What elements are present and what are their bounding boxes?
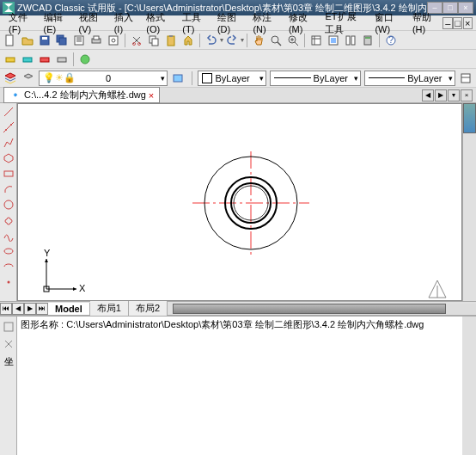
svg-rect-9 [109,36,118,45]
color-dropdown[interactable]: ByLayer [198,71,266,86]
cmd-tool-1[interactable] [2,320,15,334]
tab-prev[interactable]: ◀ [12,303,24,315]
point-tool[interactable] [2,275,15,289]
vertical-scrollbar[interactable] [462,103,476,301]
open-button[interactable] [20,33,35,48]
doc-nav-left[interactable]: ◀ [422,89,434,101]
preview-button[interactable] [106,33,121,48]
close-button[interactable]: × [458,2,473,14]
svg-rect-16 [169,35,173,37]
zoom-button[interactable] [268,33,284,48]
drawing-canvas[interactable]: X Y [17,103,462,301]
print-gray-button[interactable] [54,52,70,67]
tab-next[interactable]: ▶ [24,303,36,315]
layer-manager-button[interactable] [3,71,18,86]
copy-button[interactable] [146,33,162,48]
cmd-tool-2[interactable] [2,337,15,351]
redo-button[interactable] [224,33,240,48]
doc-nav-menu[interactable]: ▾ [448,89,460,101]
revcloud-tool[interactable] [2,213,15,227]
plot-button[interactable] [88,33,104,48]
color-label: ByLayer [215,73,249,83]
tab-nav: ⏮ ◀ ▶ ⏭ [0,303,48,315]
circle-tool[interactable] [2,198,15,212]
svg-point-12 [138,42,141,45]
match-button[interactable] [180,33,196,48]
svg-rect-33 [174,75,182,82]
svg-text:Y: Y [44,248,51,258]
print-cyan-button[interactable] [20,52,35,67]
tab-first[interactable]: ⏮ [0,303,12,315]
vscroll-thumb[interactable] [463,103,476,133]
xline-tool[interactable] [2,120,15,134]
doc-nav-close[interactable]: × [461,89,473,101]
layer-prev-button[interactable] [171,71,186,86]
doc-tab-label: C:\...4.2 绘制内六角螺栓.dwg [24,89,146,101]
doc-restore-button[interactable]: □ [453,17,463,29]
layer-dropdown[interactable]: 💡 ☀ 🔒 0 [39,71,168,86]
design-center-button[interactable] [326,33,341,48]
tool-palette-button[interactable] [343,33,358,48]
command-history[interactable]: 图形名称 : C:\Users\Administrator\Desktop\素材… [17,317,462,455]
line-tool[interactable] [2,105,15,119]
pan-button[interactable] [251,33,266,48]
arc-tool[interactable] [2,182,15,196]
publish-button[interactable] [71,33,87,48]
help-button[interactable]: ? [383,33,399,48]
rectangle-tool[interactable] [2,167,15,181]
save-button[interactable] [37,33,52,48]
tab-layout1[interactable]: 布局1 [90,301,129,316]
layer-states-button[interactable] [21,71,36,86]
color-swatch [202,73,212,83]
horizontal-scrollbar[interactable] [173,304,476,314]
doc-tab-close-icon[interactable]: × [149,90,154,101]
paste-button[interactable] [163,33,179,48]
svg-rect-19 [312,36,320,45]
menu-help[interactable]: 帮助(H) [407,10,443,35]
maximize-button[interactable]: □ [442,2,458,14]
document-tab[interactable]: 🔹 C:\...4.2 绘制内六角螺栓.dwg × [3,87,160,103]
svg-rect-3 [42,37,47,40]
doc-nav-right[interactable]: ▶ [435,89,447,101]
zoom-prev-button[interactable] [285,33,301,48]
properties-toolbar: 💡 ☀ 🔒 0 ByLayer ByLayer ByLayer [0,69,476,88]
properties-button[interactable] [308,33,324,48]
undo-dropdown-icon[interactable]: ▾ [220,36,223,44]
doc-close-button[interactable]: × [463,17,473,29]
svg-text:X: X [79,283,86,293]
linetype-swatch [274,77,310,78]
undo-button[interactable] [204,33,219,48]
cut-button[interactable] [129,33,144,48]
cmd-tool-3[interactable]: 坐 [2,354,15,368]
saveall-button[interactable] [54,33,70,48]
app-button[interactable] [77,52,93,67]
doc-min-button[interactable]: – [442,17,453,29]
svg-rect-15 [168,36,174,46]
spline-tool[interactable] [2,229,15,243]
polygon-tool[interactable] [2,151,15,165]
doc-nav: ◀ ▶ ▾ × [422,89,473,101]
redo-dropdown-icon[interactable]: ▾ [241,36,244,44]
hscroll-thumb[interactable] [173,304,446,314]
ellipse-tool[interactable] [2,244,15,258]
svg-rect-31 [58,58,66,62]
bylayer-button[interactable] [459,71,473,86]
svg-point-40 [7,281,9,284]
ellipse-arc-tool[interactable] [2,260,15,274]
tab-last[interactable]: ⏭ [36,303,48,315]
linetype-dropdown[interactable]: ByLayer [270,71,361,86]
menu-bar: 文件(F) 编辑(E) 视图(V) 插入(I) 格式(O) 工具(T) 绘图(D… [0,15,476,31]
toolbar-print [0,50,476,69]
svg-rect-53 [4,323,13,331]
new-button[interactable] [3,33,18,48]
tab-layout2[interactable]: 布局2 [129,301,168,316]
lineweight-dropdown[interactable]: ByLayer [364,71,455,86]
command-area: 坐 图形名称 : C:\Users\Administrator\Desktop\… [0,316,476,455]
print-red-button[interactable] [37,52,52,67]
calc-button[interactable] [360,33,375,48]
tab-model[interactable]: Model [48,303,90,315]
bulb-icon: 💡 [43,72,55,83]
polyline-tool[interactable] [2,136,15,150]
print-yellow-button[interactable] [3,52,18,67]
cmd-scrollbar[interactable] [462,317,476,455]
